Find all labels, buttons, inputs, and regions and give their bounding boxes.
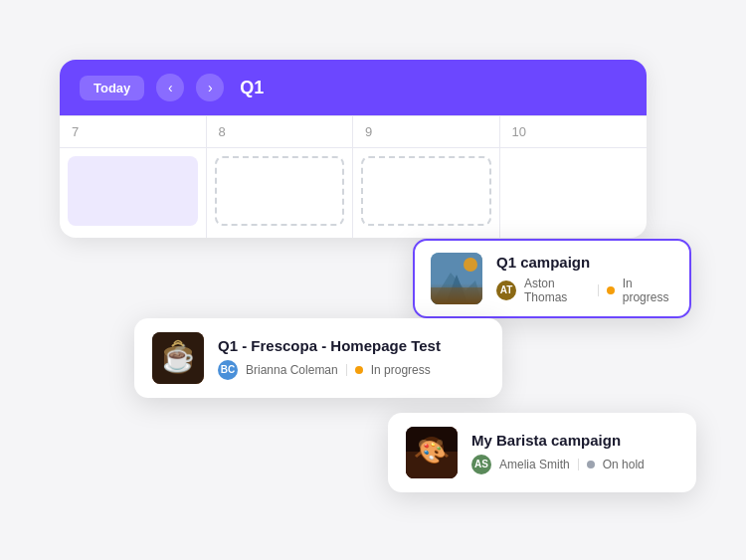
frescopa-divider [346, 364, 347, 376]
day-number-7: 7 [60, 116, 206, 148]
day-number-9: 9 [353, 116, 499, 148]
day-column-10: 10 [500, 116, 648, 238]
q1-campaign-meta: AT Aston Thomas In progress [496, 277, 673, 304]
day-column-9: 9 [353, 116, 500, 238]
day-column-8: 8 [207, 116, 354, 238]
barista-status-dot [587, 461, 595, 468]
day-block-8 [215, 156, 345, 226]
frescopa-status: In progress [371, 363, 431, 377]
calendar-widget: Today ‹ › Q1 7 8 9 10 [60, 60, 647, 238]
quarter-label: Q1 [240, 78, 264, 98]
barista-meta: AS Amelia Smith On hold [471, 455, 678, 474]
day-column-7: 7 [60, 116, 207, 238]
svg-point-12 [419, 440, 429, 450]
barista-divider [578, 459, 579, 470]
svg-rect-10 [406, 452, 458, 478]
q1-campaign-card[interactable]: Q1 campaign AT Aston Thomas In progress [413, 239, 691, 318]
frescopa-status-dot [355, 366, 363, 374]
frescopa-title: Q1 - Frescopa - Homepage Test [218, 337, 484, 354]
barista-status: On hold [603, 458, 645, 471]
q1-campaign-status: In progress [623, 277, 673, 304]
frescopa-avatar: BC [218, 360, 238, 380]
svg-rect-3 [431, 287, 482, 304]
frescopa-image [152, 332, 204, 384]
frescopa-card[interactable]: Q1 - Frescopa - Homepage Test BC Brianna… [134, 318, 502, 398]
frescopa-info: Q1 - Frescopa - Homepage Test BC Brianna… [218, 337, 484, 380]
q1-campaign-image [431, 253, 482, 304]
day-block-7 [68, 156, 198, 226]
svg-point-4 [464, 258, 477, 272]
barista-assignee: Amelia Smith [499, 458, 570, 471]
barista-card[interactable]: My Barista campaign AS Amelia Smith On h… [388, 413, 696, 492]
calendar-grid: 7 8 9 10 [60, 115, 647, 238]
svg-point-13 [437, 440, 443, 446]
prev-button[interactable]: ‹ [156, 74, 184, 101]
next-button[interactable]: › [196, 74, 224, 101]
q1-campaign-info: Q1 campaign AT Aston Thomas In progress [496, 254, 673, 304]
svg-point-11 [420, 437, 444, 461]
calendar-header: Today ‹ › Q1 [60, 60, 647, 115]
svg-rect-7 [164, 352, 192, 368]
meta-divider [598, 284, 599, 296]
svg-point-8 [164, 346, 192, 358]
frescopa-assignee: Brianna Coleman [246, 363, 338, 377]
q1-campaign-assignee: Aston Thomas [524, 277, 590, 304]
q1-campaign-title: Q1 campaign [496, 254, 673, 271]
svg-point-6 [164, 354, 192, 374]
barista-avatar: AS [471, 455, 491, 474]
day-block-9 [361, 156, 491, 226]
frescopa-meta: BC Brianna Coleman In progress [218, 360, 484, 380]
q1-campaign-avatar: AT [496, 280, 516, 300]
barista-image [406, 427, 458, 478]
day-number-8: 8 [207, 116, 353, 148]
barista-title: My Barista campaign [471, 432, 678, 449]
q1-campaign-status-dot [607, 286, 615, 294]
barista-info: My Barista campaign AS Amelia Smith On h… [471, 432, 678, 474]
day-number-10: 10 [500, 116, 648, 148]
today-button[interactable]: Today [80, 76, 144, 100]
